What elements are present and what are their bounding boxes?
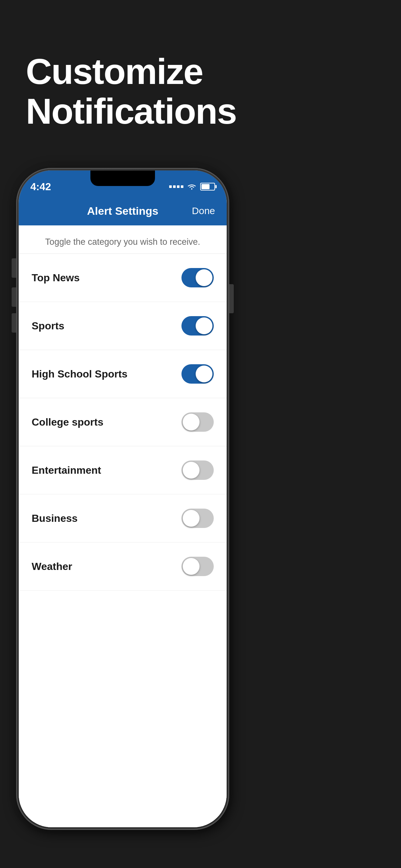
toggle-switch-entertainment[interactable]: [181, 461, 214, 480]
toggle-row: Top News: [19, 254, 227, 302]
toggle-knob: [196, 366, 212, 382]
headline-line1: Customize: [26, 51, 203, 92]
toggle-list: Top NewsSportsHigh School SportsCollege …: [19, 254, 227, 591]
toggle-label: Top News: [32, 272, 80, 284]
toggle-label: College sports: [32, 416, 103, 428]
toggle-knob: [183, 510, 199, 527]
app-header: Alert Settings Done: [19, 196, 227, 225]
toggle-knob: [183, 414, 199, 430]
toggle-label: Business: [32, 513, 78, 524]
content-area: Toggle the category you wish to receive.…: [19, 225, 227, 827]
phone-notch: [90, 170, 155, 186]
header-title: Alert Settings: [87, 205, 158, 217]
toggle-switch-business[interactable]: [181, 508, 214, 528]
battery-fill: [202, 184, 210, 189]
subtitle-text: Toggle the category you wish to receive.: [19, 225, 227, 254]
toggle-row: College sports: [19, 398, 227, 446]
toggle-switch-weather[interactable]: [181, 557, 214, 576]
toggle-switch-high-school-sports[interactable]: [181, 364, 214, 383]
headline-section: Customize Notifications: [26, 52, 375, 131]
status-time: 4:42: [30, 181, 51, 193]
toggle-switch-sports[interactable]: [181, 316, 214, 336]
toggle-row: Business: [19, 494, 227, 542]
headline-title: Customize Notifications: [26, 52, 375, 131]
phone-mockup: 4:42: [16, 168, 236, 846]
signal-icon: [169, 185, 183, 188]
toggle-row: Sports: [19, 302, 227, 350]
toggle-switch-college-sports[interactable]: [181, 412, 214, 432]
done-button[interactable]: Done: [192, 206, 215, 216]
phone-outer-shell: 4:42: [16, 168, 229, 830]
status-icons: [169, 183, 215, 190]
toggle-row: Entertainment: [19, 446, 227, 494]
toggle-knob: [183, 558, 199, 575]
battery-icon: [200, 183, 215, 190]
toggle-label: Sports: [32, 320, 64, 332]
toggle-row: High School Sports: [19, 350, 227, 398]
toggle-knob: [183, 462, 199, 478]
toggle-label: High School Sports: [32, 368, 127, 380]
toggle-knob: [196, 317, 212, 334]
headline-line2: Notifications: [26, 91, 236, 131]
toggle-label: Entertainment: [32, 464, 101, 476]
toggle-knob: [196, 269, 212, 286]
wifi-icon: [187, 183, 197, 190]
toggle-switch-top-news[interactable]: [181, 268, 214, 287]
toggle-row: Weather: [19, 542, 227, 591]
toggle-label: Weather: [32, 561, 72, 572]
phone-screen: 4:42: [19, 170, 227, 827]
